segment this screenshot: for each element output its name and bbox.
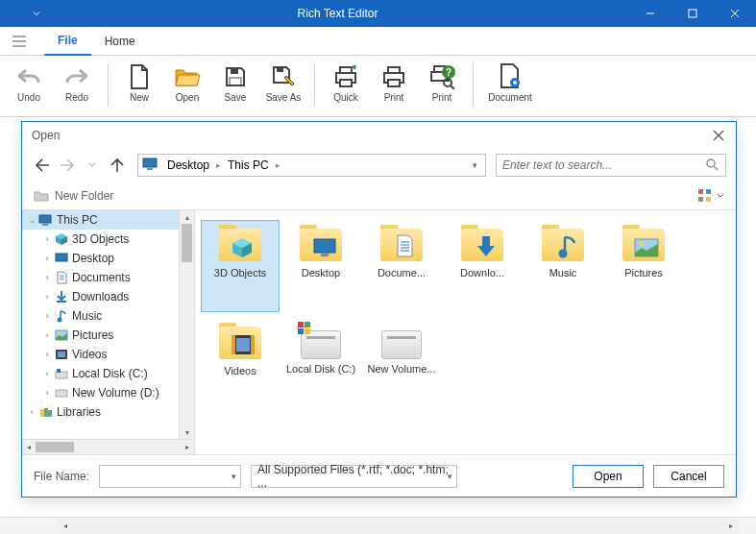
dialog-title: Open: [32, 129, 60, 142]
folder-desktop-icon: [298, 225, 344, 263]
dialog-titlebar: Open: [22, 122, 736, 149]
dialog-close-button[interactable]: [711, 128, 726, 143]
open-confirm-button[interactable]: Open: [573, 465, 644, 488]
main-horizontal-scrollbar[interactable]: ◂▸: [58, 518, 739, 534]
svg-rect-23: [706, 197, 711, 202]
tree-vertical-scrollbar[interactable]: ▴▾: [179, 210, 194, 439]
collapse-icon[interactable]: ⌵: [26, 215, 37, 225]
svg-rect-26: [56, 254, 67, 261]
file-list[interactable]: 3D Objects Desktop Docume... Downlo... M…: [195, 210, 736, 454]
expand-icon[interactable]: ›: [26, 407, 37, 417]
expand-icon[interactable]: ›: [41, 369, 53, 378]
chevron-down-icon[interactable]: ▾: [232, 472, 236, 481]
tab-file[interactable]: File: [44, 27, 91, 56]
search-box[interactable]: [496, 154, 726, 177]
filetype-filter-combo[interactable]: All Supported Files (*.rtf; *.doc; *.htm…: [251, 465, 457, 488]
ribbon-options-button[interactable]: [8, 30, 31, 53]
tree-horizontal-scrollbar[interactable]: ◂▸: [22, 439, 194, 454]
svg-rect-3: [277, 67, 283, 72]
expand-icon[interactable]: ›: [41, 311, 53, 321]
expand-icon[interactable]: ›: [41, 330, 53, 340]
tree-item-documents[interactable]: ›Documents: [22, 268, 194, 287]
svg-rect-20: [698, 189, 703, 194]
minimize-button[interactable]: [629, 0, 671, 27]
file-item-pictures[interactable]: Pictures: [604, 220, 683, 312]
window-title: Rich Text Editor: [46, 7, 629, 20]
new-button[interactable]: New: [118, 60, 160, 116]
new-folder-button[interactable]: New Folder: [34, 189, 113, 203]
svg-rect-37: [48, 410, 52, 417]
save-as-button[interactable]: Save As: [262, 60, 305, 116]
breadcrumb[interactable]: Desktop ▸ This PC ▸ ▾: [137, 154, 486, 177]
chevron-down-icon[interactable]: ▾: [448, 472, 452, 481]
cancel-button[interactable]: Cancel: [653, 465, 724, 488]
svg-rect-31: [58, 352, 65, 357]
tree-item-newvolume[interactable]: ›New Volume (D:): [22, 383, 194, 402]
expand-icon[interactable]: ›: [41, 350, 53, 359]
close-button[interactable]: [714, 0, 756, 27]
quick-access-toolbar[interactable]: [0, 10, 46, 17]
chevron-right-icon[interactable]: ▸: [273, 160, 283, 170]
svg-point-40: [559, 250, 568, 258]
nav-up-button[interactable]: [107, 155, 128, 176]
search-input[interactable]: [502, 158, 706, 172]
expand-icon[interactable]: ›: [41, 234, 53, 244]
breadcrumb-item-thispc[interactable]: This PC: [224, 158, 273, 172]
expand-icon[interactable]: ›: [41, 388, 53, 398]
view-mode-button[interactable]: [697, 188, 724, 204]
expand-icon[interactable]: ›: [41, 292, 53, 302]
file-item-localdisk[interactable]: Local Disk (C:): [281, 318, 360, 410]
quick-print-button[interactable]: Quick: [325, 60, 367, 116]
expand-icon[interactable]: ›: [41, 273, 53, 282]
filename-combo[interactable]: ▾: [99, 465, 241, 488]
file-item-videos[interactable]: Videos: [201, 318, 280, 410]
tree-item-downloads[interactable]: ›Downloads: [22, 287, 194, 306]
undo-button[interactable]: Undo: [8, 60, 50, 116]
svg-rect-5: [340, 67, 352, 73]
svg-rect-39: [321, 254, 329, 256]
save-button[interactable]: Save: [214, 60, 256, 116]
folder-music-icon: [540, 225, 586, 263]
document-button[interactable]: Document: [483, 60, 537, 116]
open-file-dialog: Open Desktop ▸ This PC ▸ ▾ New Folder: [21, 121, 737, 498]
print-icon: [381, 61, 406, 92]
nav-back-button[interactable]: [32, 155, 53, 176]
tree-item-pictures[interactable]: ›Pictures: [22, 326, 194, 345]
open-folder-icon: [174, 61, 201, 92]
svg-rect-1: [231, 68, 238, 74]
tree-item-3dobjects[interactable]: ›3D Objects: [22, 230, 194, 249]
maximize-button[interactable]: [671, 0, 714, 27]
desktop-icon: [53, 251, 70, 266]
file-item-newvolume[interactable]: New Volume...: [362, 318, 441, 410]
new-file-icon: [129, 61, 150, 92]
file-item-documents[interactable]: Docume...: [362, 220, 441, 312]
tree-item-desktop[interactable]: ›Desktop: [22, 249, 194, 268]
file-item-desktop[interactable]: Desktop: [281, 220, 360, 312]
file-item-downloads[interactable]: Downlo...: [443, 220, 522, 312]
search-icon[interactable]: [706, 158, 719, 172]
redo-button[interactable]: Redo: [56, 60, 98, 116]
tab-home[interactable]: Home: [91, 27, 149, 56]
nav-forward-button[interactable]: [57, 155, 78, 176]
folder-tree[interactable]: ⌵ This PC ›3D Objects ›Desktop ›Document…: [22, 210, 195, 454]
dialog-toolbar: New Folder: [22, 182, 736, 210]
folder-3d-icon: [217, 225, 263, 263]
expand-icon[interactable]: ›: [41, 254, 53, 263]
tree-item-videos[interactable]: ›Videos: [22, 345, 194, 364]
open-button[interactable]: Open: [166, 60, 208, 116]
print-button[interactable]: Print: [373, 60, 415, 116]
nav-history-dropdown[interactable]: [82, 155, 103, 176]
print-preview-button[interactable]: ? Print: [421, 60, 463, 116]
tree-item-localdisk[interactable]: ›Local Disk (C:): [22, 364, 194, 383]
drive-c-icon: [301, 330, 341, 359]
monitor-icon: [142, 158, 159, 173]
folder-pictures-icon: [621, 225, 667, 263]
file-item-music[interactable]: Music: [524, 220, 602, 312]
tree-item-libraries[interactable]: ›Libraries: [22, 402, 194, 422]
tree-item-music[interactable]: ›Music: [22, 306, 194, 326]
breadcrumb-dropdown[interactable]: ▾: [469, 160, 481, 170]
breadcrumb-item-desktop[interactable]: Desktop: [163, 158, 213, 172]
tree-item-thispc[interactable]: ⌵ This PC: [22, 210, 194, 230]
file-item-3dobjects[interactable]: 3D Objects: [201, 220, 280, 312]
chevron-right-icon[interactable]: ▸: [213, 160, 224, 170]
